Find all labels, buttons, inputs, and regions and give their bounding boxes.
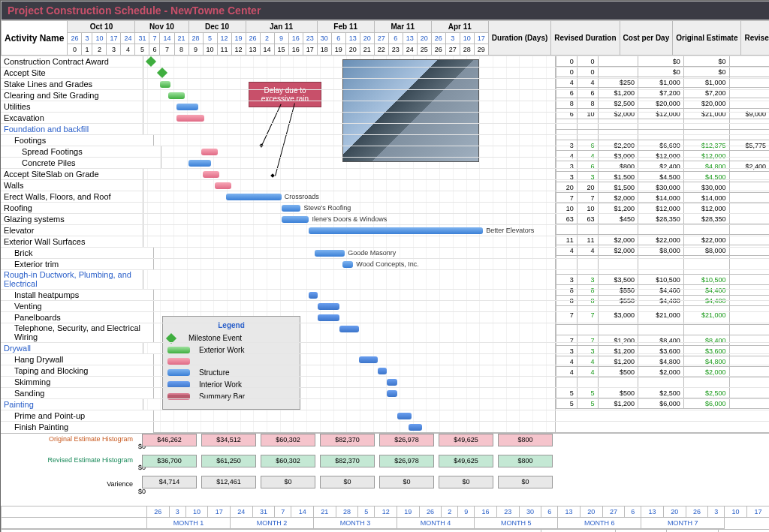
activity-row[interactable]: Stake Lines and Grades [1, 78, 769, 90]
activity-row[interactable]: Concrete Piles [1, 157, 769, 169]
activity-row[interactable]: Accept SiteSlab on Grade [1, 168, 769, 180]
activity-row[interactable]: ElevatorBetter Elevators [1, 224, 769, 236]
activity-label: Construction Contract Award [1, 56, 143, 68]
activity-row[interactable]: Walls [1, 179, 769, 191]
histogram-bar: $46,262 [142, 434, 197, 446]
activity-row[interactable]: Clearing and Site Grading [1, 89, 769, 101]
activity-label: Excavation [1, 113, 143, 124]
activity-label: Sanding [1, 388, 154, 399]
activity-row[interactable]: RoofingSteve's Roofing [1, 202, 769, 214]
activity-row[interactable]: Construction Contract Award [1, 56, 769, 68]
total-revised: $318,025 [667, 530, 718, 533]
activity-label: Accept Site [1, 68, 143, 79]
activity-label: Roofing [1, 203, 143, 214]
activity-row[interactable]: Install heatpumps [1, 289, 769, 301]
activity-row[interactable]: Sanding [1, 387, 769, 399]
gantt-bar[interactable] [201, 149, 218, 155]
gantt-chart[interactable]: Delay due to excessive rain Legend Miles… [1, 56, 769, 433]
histogram-bar: $49,625 [439, 434, 493, 446]
page-title: Project Construction Schedule - NewTowne… [2, 2, 770, 20]
gantt-bar[interactable] [176, 104, 198, 110]
var-hist-label: Varience [1, 480, 136, 488]
activity-row[interactable]: Venting [1, 300, 769, 312]
gantt-bar[interactable] [282, 205, 301, 212]
gantt-bar[interactable] [397, 413, 411, 419]
activity-row[interactable]: Utilities [1, 101, 769, 113]
activity-label: Venting [1, 301, 154, 312]
gantt-bar[interactable] [309, 227, 483, 234]
header-row: Activity Name Oct 10 Nov 10 Dec 10 Jan 1… [1, 20, 769, 56]
activity-row[interactable]: Excavation [1, 112, 769, 124]
activity-label: Prime and Point-up [1, 410, 154, 422]
gantt-bar[interactable] [188, 160, 210, 167]
gantt-bar[interactable] [315, 250, 345, 257]
activity-row[interactable]: Foundation and backfill [1, 123, 769, 135]
histogram-bar: $0 [379, 476, 434, 488]
activity-label: Glazing systems [1, 214, 143, 225]
activity-label: Stake Lines and Grades [1, 79, 143, 90]
activity-label: Skimming [1, 377, 154, 388]
activity-label: Panelboards [1, 312, 154, 323]
activity-row[interactable]: Rough-in Ductwork, Plumbing, and Electri… [1, 269, 769, 290]
gantt-bar[interactable] [409, 424, 422, 431]
footer: 2631017243171421285121926291623306132027… [1, 506, 769, 529]
activity-label: Painting [1, 399, 143, 410]
milestone-icon [146, 56, 156, 67]
activity-row[interactable]: Painting [1, 398, 769, 410]
gantt-bar[interactable] [387, 379, 398, 386]
gantt-bar[interactable] [176, 115, 204, 122]
activity-label: Clearing and Site Grading [1, 90, 143, 101]
activity-row[interactable]: BrickGoode Masonry [1, 247, 769, 259]
activity-row[interactable]: Finish Painting [1, 421, 769, 433]
activity-row[interactable]: Spread Footings [1, 146, 769, 158]
histogram-bar: $36,700 [142, 455, 197, 467]
activity-label: Erect Walls, Floors, and Roof [1, 191, 143, 203]
activity-label: Install heatpumps [1, 290, 154, 301]
gantt-bar[interactable] [378, 368, 386, 374]
gantt-bar[interactable] [203, 171, 219, 178]
spreadsheet-root: Project Construction Schedule - NewTowne… [0, 0, 769, 532]
activity-label: Telephone, Security, and Electrical Wiri… [1, 323, 154, 343]
activity-label: Foundation and backfill [1, 124, 143, 135]
gantt-bar[interactable] [318, 303, 339, 310]
gantt-bar[interactable] [215, 182, 231, 189]
activity-row[interactable]: Accept Site [1, 67, 769, 79]
activity-label: Elevator [1, 225, 143, 236]
histogram-bar: $0 [261, 476, 315, 488]
orig-hist-label: Original Estimate Histogram [1, 435, 136, 443]
activity-label: Utilities [1, 101, 143, 113]
gantt-bar[interactable] [318, 314, 339, 321]
activity-row[interactable]: Taping and Blocking [1, 365, 769, 377]
gantt-bar[interactable] [160, 81, 171, 88]
gantt-bar[interactable] [339, 326, 359, 332]
activity-label: Footings [1, 135, 154, 146]
rev-hist-label: Revised Estimate Histogram [1, 456, 136, 464]
gantt-bar[interactable] [226, 194, 282, 200]
total-variance: T: $17,175 [718, 530, 769, 533]
activity-row[interactable]: Panelboards [1, 311, 769, 323]
activity-row[interactable]: Exterior Wall Surfaces [1, 236, 769, 248]
gantt-bar[interactable] [387, 390, 398, 397]
activity-row[interactable]: Erect Walls, Floors, and RoofCrossroads [1, 191, 769, 203]
activity-row[interactable]: Hang Drywall [1, 353, 769, 365]
activity-row[interactable]: Drywall [1, 342, 769, 354]
activity-row[interactable]: Telephone, Security, and Electrical Wiri… [1, 323, 769, 343]
activity-row[interactable]: Skimming [1, 376, 769, 388]
histogram-bar: $34,512 [201, 434, 256, 446]
histogram-bar: $800 [498, 434, 553, 446]
gantt-bar[interactable] [359, 356, 378, 363]
activity-label: Exterior trim [1, 259, 154, 270]
activity-row[interactable]: Prime and Point-up [1, 410, 769, 422]
activity-row[interactable]: Exterior trimWood Concepts, Inc. [1, 258, 769, 270]
activity-row[interactable]: Glazing systemsIlene's Doors & Windows [1, 213, 769, 225]
histogram-bar: $12,461 [201, 476, 256, 488]
histogram-bar: $49,625 [439, 455, 493, 467]
activity-row[interactable]: Footings [1, 134, 769, 146]
histogram-bar: $60,302 [261, 434, 315, 446]
gantt-bar[interactable] [168, 92, 185, 99]
histogram-bar: $800 [498, 455, 553, 467]
gantt-bar[interactable] [342, 261, 354, 268]
activity-label: Exterior Wall Surfaces [1, 236, 143, 248]
gantt-bar[interactable] [309, 292, 317, 299]
gantt-bar[interactable] [282, 216, 309, 223]
